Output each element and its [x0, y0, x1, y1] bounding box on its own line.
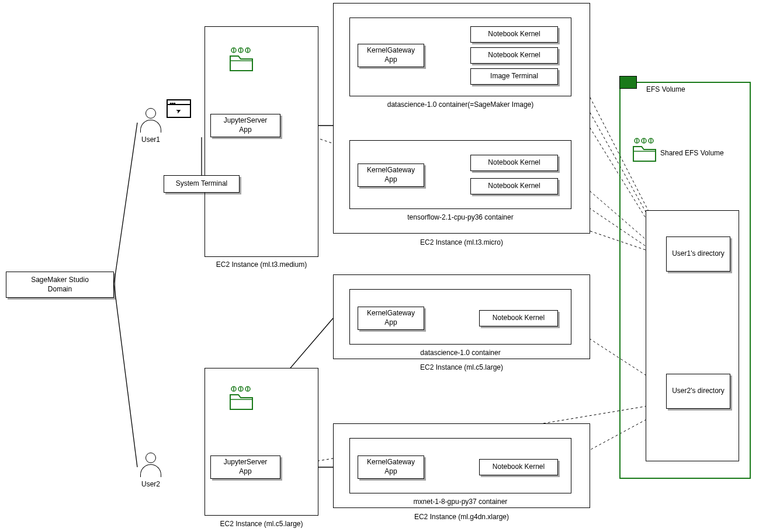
notebook-kernel-1a: Notebook Kernel — [470, 26, 558, 43]
ec2-instance-3-label: EC2 Instance (ml.c5.large) — [205, 520, 318, 528]
container-1-label: datascience-1.0 container(=SageMaker Ima… — [349, 100, 571, 109]
kernel-gateway-app-3: KernelGateway App — [358, 307, 424, 330]
user-icon — [139, 453, 162, 482]
container-2-label: tensorflow-2.1-cpu-py36 container — [349, 213, 571, 221]
efs-volume-tab — [619, 76, 637, 89]
kernel-gateway-app-2: KernelGateway App — [358, 164, 424, 187]
svg-point-29 — [238, 387, 243, 391]
jupyter-server-app-1: JupyterServer App — [210, 114, 280, 137]
notebook-kernel-2a: Notebook Kernel — [470, 155, 558, 171]
user2-directory-box: User2's directory — [666, 374, 730, 409]
svg-point-24 — [245, 48, 250, 53]
ec2-instance-3 — [205, 368, 318, 516]
notebook-kernel-4: Notebook Kernel — [479, 459, 558, 475]
ec2-instance-1-label: EC2 Instance (ml.t3.medium) — [205, 260, 318, 269]
folder-icon — [631, 137, 658, 164]
notebook-kernel-1b: Notebook Kernel — [470, 47, 558, 64]
system-terminal-box: System Terminal — [164, 175, 240, 193]
svg-point-28 — [231, 387, 236, 391]
sagemaker-domain-box: SageMaker Studio Domain — [6, 272, 114, 298]
ec2-instance-5-label: EC2 Instance (ml.g4dn.xlarge) — [333, 513, 590, 521]
svg-line-1 — [114, 284, 137, 467]
notebook-kernel-3: Notebook Kernel — [479, 310, 558, 326]
user1-label: User1 — [139, 135, 162, 144]
image-terminal-box: Image Terminal — [470, 68, 558, 85]
svg-line-0 — [114, 123, 137, 284]
svg-point-34 — [635, 138, 639, 143]
ec2-instance-1 — [205, 26, 318, 257]
folder-icon — [228, 47, 255, 74]
notebook-kernel-2b: Notebook Kernel — [470, 178, 558, 194]
ec2-instance-2-label: EC2 Instance (ml.t3.micro) — [333, 238, 590, 246]
folder-icon — [228, 385, 255, 412]
svg-point-30 — [245, 387, 250, 391]
kernel-gateway-app-1: KernelGateway App — [358, 44, 424, 67]
jupyter-server-app-2: JupyterServer App — [210, 455, 280, 479]
svg-point-36 — [649, 138, 653, 143]
container-4-label: mxnet-1-8-gpu-py37 container — [349, 498, 571, 506]
user1-directory-box: User1's directory — [666, 237, 730, 272]
user-icon — [139, 108, 162, 137]
svg-point-23 — [238, 48, 243, 53]
ec2-instance-4-label: EC2 Instance (ml.c5.large) — [333, 363, 590, 371]
kernel-gateway-app-4: KernelGateway App — [358, 455, 424, 479]
efs-volume-label: EFS Volume — [643, 82, 725, 97]
efs-shared-label: Shared EFS Volume — [660, 149, 736, 157]
svg-point-22 — [231, 48, 236, 53]
svg-point-35 — [642, 138, 646, 143]
user2-label: User2 — [139, 480, 162, 488]
browser-icon: ●●● ➤ — [167, 99, 191, 118]
container-3-label: datascience-1.0 container — [349, 349, 571, 357]
